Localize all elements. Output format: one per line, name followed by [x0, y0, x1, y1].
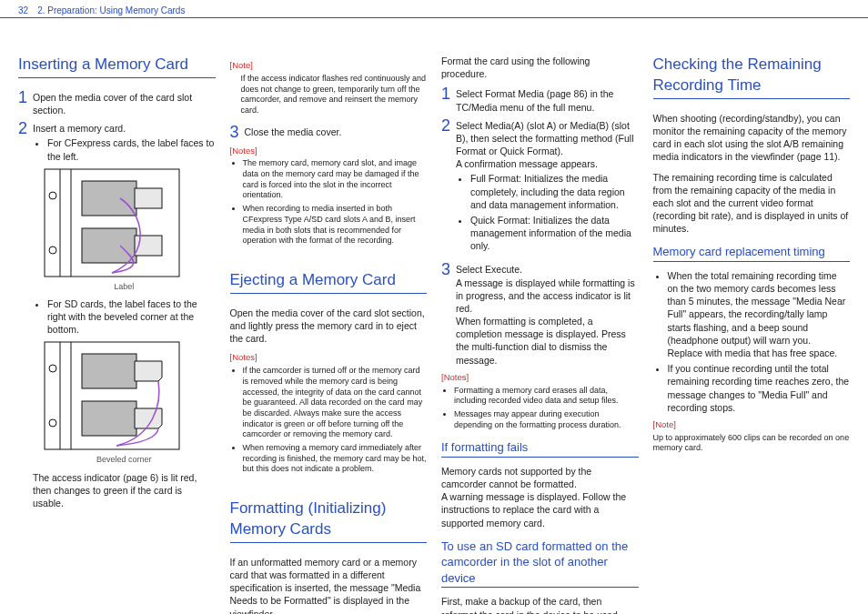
step-number: 3 — [230, 124, 239, 140]
note-item: Formatting a memory card erases all data… — [454, 386, 639, 407]
step-text: Close the media cover. — [245, 126, 427, 140]
step-number: 1 — [441, 86, 450, 113]
figure-caption-bevel: Beveled corner — [33, 454, 215, 465]
subheading-timing: Memory card replacement timing — [653, 244, 851, 262]
bullet: Quick Format: Initializes the data manag… — [470, 214, 638, 253]
body-text: If an unformatted memory card or a memor… — [230, 556, 428, 614]
note-text: Up to approximately 600 clips can be rec… — [653, 433, 851, 454]
heading-ejecting: Ejecting a Memory Card — [230, 270, 428, 294]
note-label: [Note] — [653, 419, 851, 431]
step-3: 3 Close the media cover. — [230, 126, 428, 140]
svg-rect-6 — [82, 228, 136, 263]
step-text: When formatting is completed, a completi… — [456, 315, 638, 367]
note-item: The memory card, memory card slot, and i… — [243, 158, 428, 201]
page-number: 32 — [18, 5, 28, 15]
note-item: When recording to media inserted in both… — [243, 204, 428, 247]
bullet: If you continue recording until the tota… — [668, 362, 851, 414]
step-text: Open the media cover of the card slot se… — [33, 91, 215, 116]
note-item: When removing a memory card immediately … — [243, 443, 428, 475]
step-number: 3 — [441, 261, 450, 366]
step-text: Select Media(A) (slot A) or Media(B) (sl… — [456, 119, 638, 158]
body-text: Format the card using the following proc… — [441, 55, 639, 80]
svg-rect-14 — [82, 354, 136, 388]
bullet: Full Format: Initializes the media compl… — [470, 172, 638, 211]
step-text: Select Execute. — [456, 263, 638, 276]
figure-cfexpress — [44, 168, 215, 277]
notes-label: [Notes] — [230, 352, 428, 364]
svg-rect-15 — [82, 401, 136, 436]
body-text: The access indicator (page 6) is lit red… — [33, 471, 215, 510]
heading-checking: Checking the Remaining Recording Time — [653, 55, 851, 99]
note-item: Messages may appear during execution dep… — [454, 409, 639, 430]
note-text: If the access indicator flashes red cont… — [241, 74, 428, 116]
body-text: Memory cards not supported by the camcor… — [441, 465, 639, 529]
step-text: Insert a memory card. — [33, 122, 215, 135]
subheading-sd-other-device: To use an SD card formatted on the camco… — [441, 539, 639, 589]
column-2: [Note] If the access indicator flashes r… — [230, 55, 428, 614]
figure-caption-label: Label — [33, 281, 215, 292]
step-number: 2 — [441, 117, 450, 258]
step-number: 2 — [18, 120, 27, 517]
svg-rect-7 — [135, 188, 162, 208]
body-text: When shooting (recording/standby), you c… — [653, 112, 851, 164]
svg-rect-5 — [82, 181, 136, 216]
content-columns: Inserting a Memory Card 1 Open the media… — [0, 18, 868, 614]
page-header: 32 2. Preparation: Using Memory Cards — [0, 0, 868, 18]
step-number: 1 — [18, 89, 27, 116]
notes-label: [Notes] — [441, 372, 639, 384]
notes-label: [Notes] — [230, 146, 428, 157]
bullet: For SD cards, the label faces to the rig… — [47, 297, 215, 337]
column-3: Format the card using the following proc… — [441, 55, 639, 614]
body-text: Open the media cover of the card slot se… — [230, 307, 428, 346]
step-2: 2 Insert a memory card. For CFexpress ca… — [18, 122, 216, 517]
note-item: If the camcorder is turned off or the me… — [243, 366, 428, 440]
column-4: Checking the Remaining Recording Time Wh… — [653, 55, 851, 614]
heading-inserting: Inserting a Memory Card — [18, 55, 216, 78]
note-label: [Note] — [230, 60, 428, 72]
body-text: The remaining recording time is calculat… — [653, 171, 851, 236]
breadcrumb: 2. Preparation: Using Memory Cards — [37, 5, 185, 15]
bullet: For CFexpress cards, the label faces to … — [47, 136, 215, 162]
step-2: 2 Select Media(A) (slot A) or Media(B) (… — [441, 119, 639, 258]
step-text: Select Format Media (page 86) in the TC/… — [456, 87, 638, 113]
step-text: A message is displayed while formatting … — [456, 277, 638, 316]
step-text: A confirmation message appears. — [456, 157, 638, 170]
figure-sd — [44, 341, 215, 450]
bullet: When the total remaining recording time … — [668, 269, 851, 359]
subheading-fails: If formatting fails — [441, 439, 639, 458]
step-1: 1 Select Format Media (page 86) in the T… — [441, 87, 639, 113]
heading-formatting: Formatting (Initializing) Memory Cards — [230, 498, 428, 543]
column-1: Inserting a Memory Card 1 Open the media… — [18, 55, 216, 614]
step-3: 3 Select Execute. A message is displayed… — [441, 263, 639, 366]
body-text: First, make a backup of the card, then r… — [441, 595, 639, 614]
step-1: 1 Open the media cover of the card slot … — [18, 91, 216, 116]
